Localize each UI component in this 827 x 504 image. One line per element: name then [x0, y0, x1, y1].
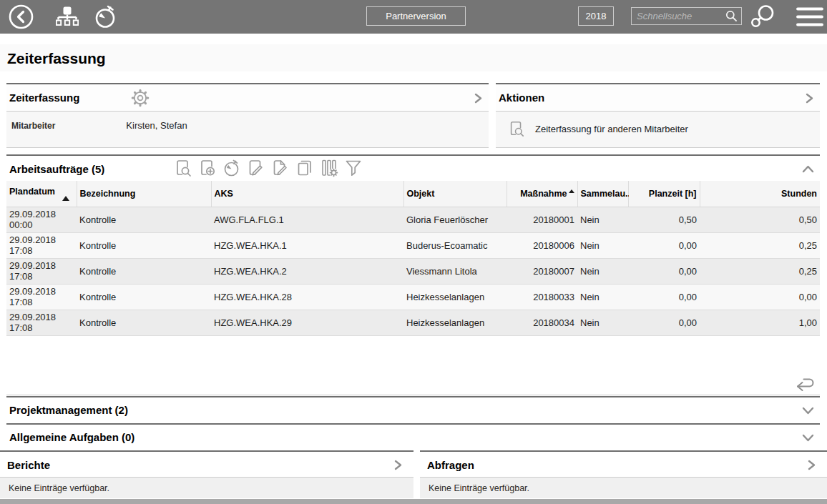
record-add-icon	[198, 159, 217, 177]
column-settings-icon	[320, 159, 338, 177]
table-row[interactable]: 29.09.2018 17:08KontrolleHZG.WEA.HKA.1Bu…	[6, 232, 820, 258]
arbeitsauftraege-table: PlandatumBezeichnungAKSObjektMaßnahmeSam…	[6, 181, 820, 336]
abfragen-open-button[interactable]	[806, 460, 816, 470]
back-button[interactable]	[8, 4, 34, 30]
table-row[interactable]: 29.09.2018 17:08KontrolleHZG.WEA.HKA.29H…	[6, 310, 820, 335]
settings-button[interactable]	[131, 89, 150, 107]
projektmanagement-section[interactable]: Projektmanagement (2)	[6, 396, 820, 423]
table-cell: 0,25	[700, 258, 820, 284]
sort-asc-icon	[569, 189, 574, 193]
projektmanagement-title: Projektmanagement (2)	[9, 397, 128, 423]
return-arrow-icon	[794, 375, 816, 392]
zeiterfassung-open-button[interactable]	[473, 93, 483, 104]
berichte-open-button[interactable]	[393, 460, 403, 470]
record-search-icon	[508, 119, 525, 138]
table-cell: Nein	[577, 258, 628, 284]
filter-button[interactable]	[344, 159, 363, 177]
abfragen-panel: Abfragen Keine Einträge verfügbar.	[420, 450, 827, 499]
column-header-label: AKS	[215, 189, 233, 199]
mitarbeiter-label: Mitarbeiter	[11, 120, 124, 131]
quick-search-box[interactable]	[631, 7, 742, 25]
column-header[interactable]: Sammelau...	[577, 181, 628, 207]
zeiterfassung-panel: Zeiterfassung Mitar	[6, 83, 489, 148]
copy-icon	[295, 159, 314, 177]
table-row[interactable]: 29.09.2018 00:00KontrolleAWG.FLA.FLG.1Gl…	[6, 207, 820, 232]
table-cell: Nein	[577, 310, 628, 335]
aktionen-panel-title: Aktionen	[499, 84, 544, 112]
column-header[interactable]: AKS	[211, 181, 403, 207]
table-cell: 0,00	[628, 284, 700, 310]
table-cell: Kontrolle	[77, 207, 211, 232]
copy-button[interactable]	[295, 159, 314, 177]
record-add-button[interactable]	[198, 159, 217, 177]
table-cell: 20180006	[507, 232, 577, 258]
table-cell: 20180001	[507, 207, 577, 232]
table-cell: Buderus-Ecoamatic	[403, 232, 507, 258]
record-batch-edit-icon	[271, 159, 290, 177]
record-edit-icon	[247, 159, 265, 177]
table-cell: 0,50	[628, 207, 700, 232]
allgemeine-aufgaben-section[interactable]: Allgemeine Aufgaben (0)	[6, 423, 820, 450]
table-cell: 29.09.2018 00:00	[6, 207, 77, 232]
berichte-empty-text: Keine Einträge verfügbar.	[0, 478, 414, 498]
stopwatch-tool-button[interactable]	[222, 159, 241, 177]
table-cell: HZG.WEA.HKA.2	[211, 258, 403, 284]
record-view-icon	[174, 159, 192, 177]
chevron-right-icon	[393, 460, 403, 470]
aktionen-panel-header[interactable]: Aktionen	[496, 84, 820, 112]
table-cell: Kontrolle	[77, 310, 211, 335]
arbeitsauftraege-header: Arbeitsaufträge (5)	[6, 156, 820, 181]
table-cell: 29.09.2018 17:08	[6, 310, 77, 335]
page-title-band: Zeiterfassung	[0, 44, 827, 71]
table-cell: 0,50	[700, 207, 820, 232]
record-edit-button[interactable]	[247, 159, 265, 177]
column-header[interactable]: Maßnahme	[507, 181, 577, 207]
stopwatch-button[interactable]	[93, 4, 118, 29]
table-cell: 0,00	[700, 284, 820, 310]
column-header[interactable]: Planzeit [h]	[628, 181, 700, 207]
arbeitsauftraege-title: Arbeitsaufträge (5)	[9, 156, 104, 182]
allgemeine-aufgaben-expand-button[interactable]	[802, 434, 814, 443]
search-icon[interactable]	[725, 10, 741, 22]
return-button[interactable]	[794, 375, 816, 392]
menu-button[interactable]	[796, 6, 823, 27]
table-cell: Heizkesselanlagen	[403, 310, 507, 335]
table-row[interactable]: 29.09.2018 17:08KontrolleHZG.WEA.HKA.28H…	[6, 284, 820, 310]
action-zeiterfassung-anderer-mitarbeiter[interactable]: Zeiterfassung für anderen Mitarbeiter	[496, 112, 820, 138]
partnerversion-button[interactable]: Partnerversion	[366, 6, 466, 26]
record-batch-edit-button[interactable]	[271, 159, 290, 177]
projektmanagement-expand-button[interactable]	[802, 407, 814, 415]
column-header[interactable]: Bezeichnung	[77, 181, 211, 207]
table-cell: HZG.WEA.HKA.28	[211, 284, 403, 310]
arbeitsauftraege-collapse-button[interactable]	[802, 164, 814, 173]
abfragen-title: Abfragen	[427, 452, 474, 478]
column-header[interactable]: Plandatum	[6, 181, 77, 207]
column-header[interactable]: Stunden	[700, 181, 820, 207]
abfragen-header[interactable]: Abfragen	[420, 452, 827, 478]
page-title: Zeiterfassung	[0, 44, 827, 72]
column-settings-button[interactable]	[320, 159, 338, 177]
gear-icon	[131, 89, 150, 107]
arbeitsauftraege-section: Arbeitsaufträge (5)	[6, 154, 820, 395]
chevron-right-icon	[473, 93, 483, 104]
advanced-search-button[interactable]	[749, 4, 775, 29]
year-button[interactable]: 2018	[578, 6, 614, 26]
sitemap-icon	[56, 6, 79, 28]
table-cell: AWG.FLA.FLG.1	[211, 207, 403, 232]
zeiterfassung-panel-header[interactable]: Zeiterfassung	[6, 84, 489, 112]
table-cell: 20180007	[507, 258, 577, 284]
table-cell: HZG.WEA.HKA.1	[211, 232, 403, 258]
record-view-button[interactable]	[174, 159, 192, 177]
table-cell: Kontrolle	[77, 232, 211, 258]
quick-search-input[interactable]	[632, 11, 725, 21]
table-header-row: PlandatumBezeichnungAKSObjektMaßnahmeSam…	[6, 181, 820, 207]
stopwatch-icon	[222, 159, 241, 177]
aktionen-open-button[interactable]	[804, 93, 814, 104]
sitemap-button[interactable]	[56, 6, 79, 28]
table-cell: Kontrolle	[77, 258, 211, 284]
table-cell: Viessmann Litola	[403, 258, 507, 284]
stopwatch-icon	[93, 4, 118, 29]
column-header[interactable]: Objekt	[403, 181, 507, 207]
berichte-header[interactable]: Berichte	[0, 452, 414, 478]
table-row[interactable]: 29.09.2018 17:08KontrolleHZG.WEA.HKA.2Vi…	[6, 258, 820, 284]
